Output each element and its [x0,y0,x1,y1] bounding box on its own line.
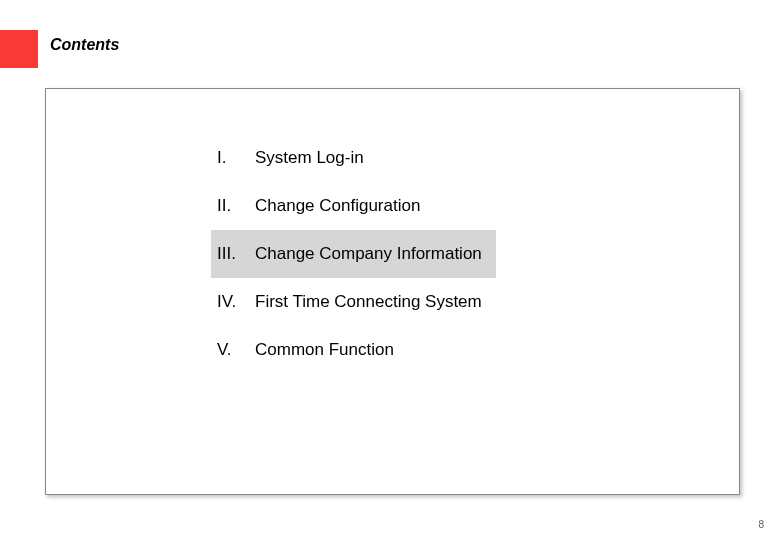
toc-item: III.Change Company Information [211,230,496,278]
toc-item: V.Common Function [211,326,496,374]
slide-header: Contents [0,0,780,90]
toc-item-number: III. [217,244,255,264]
toc-item-number: V. [217,340,255,360]
toc-item-number: I. [217,148,255,168]
toc-item-label: System Log-in [255,148,364,168]
toc-item-label: First Time Connecting System [255,292,482,312]
toc-item-number: II. [217,196,255,216]
page-number: 8 [758,519,764,530]
toc-item-label: Change Company Information [255,244,482,264]
toc-item-label: Change Configuration [255,196,420,216]
toc-item-label: Common Function [255,340,394,360]
content-frame: I.System Log-inII.Change ConfigurationII… [45,88,740,495]
toc-item-number: IV. [217,292,255,312]
accent-block [0,30,38,68]
toc-list: I.System Log-inII.Change ConfigurationII… [211,134,496,374]
toc-item: II.Change Configuration [211,182,496,230]
page-title: Contents [50,36,119,54]
toc-item: IV.First Time Connecting System [211,278,496,326]
toc-item: I.System Log-in [211,134,496,182]
